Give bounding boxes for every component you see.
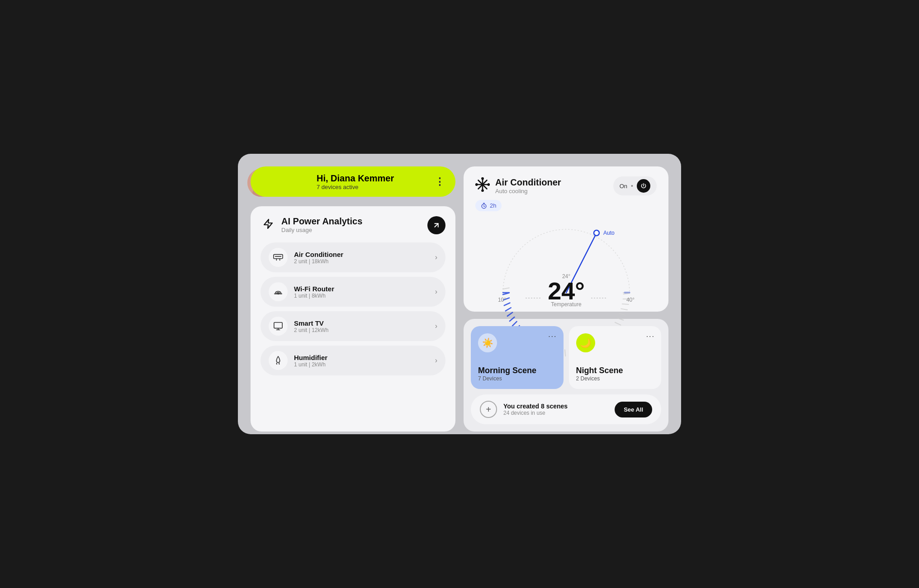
svg-point-22 xyxy=(482,178,483,179)
device-info-ac: Air Conditioner 2 unit | 18kWh xyxy=(294,251,429,265)
analytics-subtitle: Daily usage xyxy=(281,227,362,233)
svg-point-23 xyxy=(482,190,483,191)
ac-status-text: On xyxy=(620,183,627,190)
gauge-svg: Auto 24° 24° Temperature 10° 40° xyxy=(489,216,643,303)
ac-device-subtitle: Auto cooling xyxy=(495,188,561,194)
svg-line-34 xyxy=(504,303,510,306)
device-item-tv[interactable]: Smart TV 2 unit | 12kWh › xyxy=(261,311,445,341)
morning-scene-name: Morning Scene xyxy=(478,366,556,375)
svg-line-48 xyxy=(503,288,509,289)
morning-scene-icon: ☀️ xyxy=(478,333,497,352)
device-item-ac[interactable]: Air Conditioner 2 unit | 18kWh › xyxy=(261,242,445,272)
header-card: Hi, Diana Kemmer 7 devices active ⋮ xyxy=(251,166,455,197)
device-arrow-wifi: › xyxy=(435,288,437,296)
svg-point-25 xyxy=(488,184,489,185)
timer-value: 2h xyxy=(490,202,496,209)
svg-point-70 xyxy=(594,230,599,236)
svg-line-8 xyxy=(435,223,438,227)
devices-active-text: 7 devices active xyxy=(317,184,394,190)
svg-line-52 xyxy=(621,308,627,311)
device-arrow-tv: › xyxy=(435,322,437,330)
night-scene-icon: 🌙 xyxy=(576,333,595,352)
ac-title-text: Air Conditioner Auto cooling xyxy=(495,177,561,194)
scenes-row: ··· ☀️ Morning Scene 7 Devices ··· 🌙 Nig… xyxy=(471,326,661,389)
device-meta-humidifier: 1 unit | 2kWh xyxy=(294,361,429,368)
svg-line-35 xyxy=(505,308,511,311)
analytics-title: AI Power Analytics xyxy=(281,216,362,227)
device-meta-wifi: 1 unit | 8kWh xyxy=(294,293,429,299)
analytics-header: AI Power Analytics Daily usage xyxy=(261,216,445,234)
night-scene-tile[interactable]: ··· 🌙 Night Scene 2 Devices xyxy=(569,326,662,389)
see-all-button[interactable]: See All xyxy=(615,402,652,417)
scenes-count-text: You created 8 scenes xyxy=(503,403,608,410)
device-info-wifi: Wi-Fi Router 1 unit | 8kWh xyxy=(294,285,429,299)
header-text: Hi, Diana Kemmer 7 devices active xyxy=(317,173,394,190)
temperature-gauge: Auto 24° 24° Temperature 10° 40° xyxy=(475,216,657,303)
left-panel: Hi, Diana Kemmer 7 devices active ⋮ AI P… xyxy=(251,166,455,432)
device-item-humidifier[interactable]: Humidifier 1 unit | 2kWh › xyxy=(261,346,445,375)
scenes-bottom-bar: + You created 8 scenes 24 devices in use… xyxy=(471,394,661,424)
ac-snowflake-icon xyxy=(475,177,490,195)
night-scene-menu[interactable]: ··· xyxy=(646,332,655,341)
ac-card-header: Air Conditioner Auto cooling On • xyxy=(475,176,657,195)
tv-icon-wrap xyxy=(269,317,288,336)
device-name-wifi: Wi-Fi Router xyxy=(294,285,429,293)
svg-line-51 xyxy=(622,303,628,305)
svg-line-36 xyxy=(507,313,512,316)
device-info-humidifier: Humidifier 1 unit | 2kWh xyxy=(294,354,429,368)
device-list: Air Conditioner 2 unit | 18kWh › xyxy=(261,242,445,375)
morning-scene-menu[interactable]: ··· xyxy=(548,332,557,341)
ac-icon-wrap xyxy=(269,248,288,267)
analytics-link-button[interactable] xyxy=(427,216,445,234)
morning-scene-devices: 7 Devices xyxy=(478,375,556,382)
ac-device-title: Air Conditioner xyxy=(495,177,561,188)
timer-badge[interactable]: 2h xyxy=(475,200,502,211)
scenes-summary: You created 8 scenes 24 devices in use xyxy=(503,403,608,416)
device-info-tv: Smart TV 2 unit | 12kWh xyxy=(294,319,429,333)
wifi-icon-wrap xyxy=(269,282,288,301)
device-meta-tv: 2 unit | 12kWh xyxy=(294,327,429,333)
header-menu-button[interactable]: ⋮ xyxy=(435,176,445,188)
device-name-ac: Air Conditioner xyxy=(294,251,429,258)
ac-control-card: Air Conditioner Auto cooling On • xyxy=(464,166,668,312)
ac-power-button[interactable]: On • xyxy=(613,176,657,195)
device-arrow-ac: › xyxy=(435,253,437,261)
svg-line-53 xyxy=(619,313,625,316)
greeting-text: Hi, Diana Kemmer xyxy=(317,173,394,184)
svg-point-24 xyxy=(476,184,477,185)
bolt-icon xyxy=(261,216,276,232)
power-icon xyxy=(637,179,650,193)
device-name-tv: Smart TV xyxy=(294,319,429,327)
analytics-card: AI Power Analytics Daily usage xyxy=(251,206,455,432)
device-arrow-humidifier: › xyxy=(435,356,437,365)
svg-text:10°: 10° xyxy=(497,297,506,303)
night-scene-devices: 2 Devices xyxy=(576,375,654,382)
app-container: Hi, Diana Kemmer 7 devices active ⋮ AI P… xyxy=(238,154,681,434)
svg-text:24°: 24° xyxy=(548,277,585,304)
morning-scene-tile[interactable]: ··· ☀️ Morning Scene 7 Devices xyxy=(471,326,564,389)
svg-point-14 xyxy=(278,294,279,294)
humidifier-icon-wrap xyxy=(269,351,288,370)
device-item-wifi[interactable]: Wi-Fi Router 1 unit | 8kWh › xyxy=(261,277,445,307)
add-scene-button[interactable]: + xyxy=(480,401,497,418)
analytics-title-row: AI Power Analytics Daily usage xyxy=(261,216,362,233)
svg-rect-15 xyxy=(274,322,282,328)
night-scene-name: Night Scene xyxy=(576,366,654,375)
devices-in-use-text: 24 devices in use xyxy=(503,410,608,416)
svg-text:Temperature: Temperature xyxy=(551,301,582,308)
device-meta-ac: 2 unit | 18kWh xyxy=(294,258,429,265)
svg-text:40°: 40° xyxy=(626,297,634,303)
ac-title-row: Air Conditioner Auto cooling xyxy=(475,177,561,195)
device-name-humidifier: Humidifier xyxy=(294,354,429,361)
svg-text:Auto: Auto xyxy=(603,230,615,236)
scenes-card: ··· ☀️ Morning Scene 7 Devices ··· 🌙 Nig… xyxy=(464,319,668,432)
right-panel: Air Conditioner Auto cooling On • xyxy=(464,166,668,432)
analytics-title-text: AI Power Analytics Daily usage xyxy=(281,216,362,233)
